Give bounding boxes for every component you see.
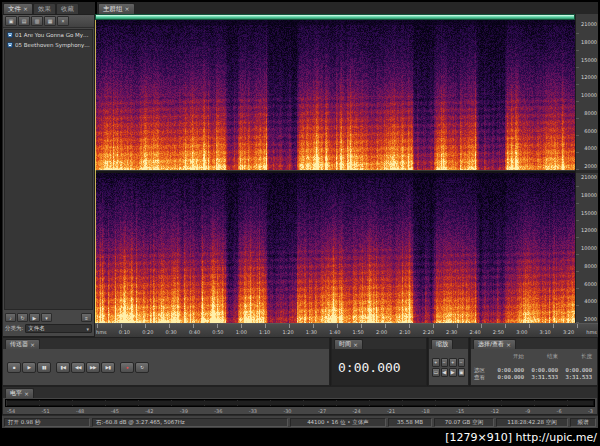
time-panel: 时间 × 0:00.000 xyxy=(331,337,427,386)
sort-value: 文件名 xyxy=(28,325,45,332)
chevron-down-icon: ▾ xyxy=(86,326,89,332)
zoom-in-vertical-button[interactable]: + xyxy=(449,358,457,367)
playhead[interactable] xyxy=(95,20,96,323)
timeline-label: 2:50 xyxy=(493,330,504,335)
close-icon[interactable]: × xyxy=(125,6,130,12)
show-markers-button[interactable]: ▾ xyxy=(41,313,52,322)
close-icon[interactable]: × xyxy=(353,342,358,348)
row-label: 选区 xyxy=(474,367,492,374)
length-value[interactable]: 3:31.533 xyxy=(560,374,594,380)
time-display[interactable]: 0:00.000 xyxy=(332,349,426,385)
tab-transport[interactable]: 传送器 × xyxy=(5,339,40,349)
close-icon[interactable]: × xyxy=(30,342,35,348)
zoom-out-button[interactable]: − xyxy=(441,358,449,367)
timeline-label: 3:10 xyxy=(540,330,551,335)
show-video-files-button[interactable]: ▶ xyxy=(29,313,40,322)
fast-forward-button[interactable]: ▶▶ xyxy=(86,362,100,373)
files-panel-menu-button[interactable]: ≡ xyxy=(81,313,92,322)
timeline-label: 0:30 xyxy=(166,330,177,335)
go-to-end-button[interactable]: ▶▮ xyxy=(101,362,115,373)
tab-files-label: 文件 xyxy=(8,5,21,14)
end-value[interactable]: 0:00.000 xyxy=(526,367,560,373)
tab-main-group[interactable]: 主群组 × xyxy=(98,3,135,14)
timeline-label: 0:10 xyxy=(119,330,130,335)
zoom-selection-left-button[interactable]: ◀ xyxy=(441,368,449,377)
media-browser-button[interactable]: ▥ xyxy=(31,16,43,26)
db-scale-label: -9 xyxy=(525,408,530,414)
status-opened: 打开 0.98 秒 xyxy=(4,418,90,427)
spectrogram-left-channel[interactable] xyxy=(95,20,575,170)
close-icon[interactable]: × xyxy=(23,6,28,12)
rewind-button[interactable]: ◀◀ xyxy=(71,362,85,373)
spectrogram-right-channel[interactable] xyxy=(95,173,575,323)
close-icon[interactable]: × xyxy=(506,342,511,348)
record-button[interactable]: ● xyxy=(120,362,134,373)
editor-area: 2100018000150001200010000800060004000200… xyxy=(95,14,598,337)
spectrogram-view xyxy=(95,20,575,323)
col-header-end: 结束 xyxy=(526,353,560,360)
zoom-to-selection-button[interactable]: ▭ xyxy=(432,368,440,377)
db-scale-label: -12 xyxy=(491,408,499,414)
zoom-out-vertical-button[interactable]: − xyxy=(458,358,466,367)
db-scale-label: -42 xyxy=(145,408,153,414)
timeline-label: 1:30 xyxy=(306,330,317,335)
db-scale-label: -36 xyxy=(214,408,222,414)
timeline-label: 0:40 xyxy=(189,330,200,335)
frequency-label: 12000 xyxy=(579,227,597,233)
level-meter[interactable] xyxy=(5,399,595,407)
db-scale-label: -21 xyxy=(387,408,395,414)
tab-effects[interactable]: 效果 xyxy=(33,3,56,14)
tab-favorites[interactable]: 收藏 xyxy=(56,3,79,14)
stop-button[interactable]: ■ xyxy=(7,362,21,373)
frequency-label: 18000 xyxy=(579,39,597,45)
db-scale-label: -45 xyxy=(111,408,119,414)
frequency-label: 2000 xyxy=(579,316,597,322)
end-value[interactable]: 3:31.533 xyxy=(526,374,560,380)
frequency-ruler[interactable]: 2100018000150001200010000800060004000200… xyxy=(575,20,598,323)
tab-selection-view-label: 选择/查看 xyxy=(478,340,504,349)
zoom-in-button[interactable]: + xyxy=(432,358,440,367)
frequency-label: 6000 xyxy=(579,128,597,134)
tab-time[interactable]: 时间 × xyxy=(334,339,363,349)
show-loop-files-button[interactable]: ↻ xyxy=(17,313,28,322)
sort-select[interactable]: 文件名 ▾ xyxy=(25,324,92,333)
close-file-button[interactable]: × xyxy=(57,16,69,26)
db-scale-label: -30 xyxy=(283,408,291,414)
files-footer-toolbar: ♪↻▶▾ ≡ xyxy=(3,311,94,323)
file-list-item[interactable]: 01 Are You Gonna Go My Way xyxy=(5,30,92,40)
editor-tab-group: 主群组 × xyxy=(97,2,598,14)
start-value[interactable]: 0:00.000 xyxy=(492,374,526,380)
pause-button[interactable]: ▮▮ xyxy=(37,362,51,373)
db-scale-label: -15 xyxy=(456,408,464,414)
go-to-start-button[interactable]: ▮◀ xyxy=(56,362,70,373)
selection-view-rows: 选区 0:00.000 0:00.000 0:00.000 查看 0:00.00… xyxy=(474,367,594,381)
length-value[interactable]: 0:00.000 xyxy=(560,367,594,373)
loop-play-button[interactable]: ↻ xyxy=(135,362,149,373)
open-file-button[interactable]: ▤ xyxy=(18,16,30,26)
db-scale-label: -54 xyxy=(7,408,15,414)
file-list-item[interactable]: 05 Beethoven Symphony No.9 xyxy=(5,40,92,50)
db-scale-label: -33 xyxy=(249,408,257,414)
file-name: 05 Beethoven Symphony No.9 xyxy=(15,42,90,48)
tab-zoom[interactable]: 缩放 xyxy=(431,339,453,349)
zoom-panel: 缩放 +−+−▭◀▶▣ xyxy=(428,337,469,386)
tab-files[interactable]: 文件 × xyxy=(3,3,33,14)
time-value: 0:00.000 xyxy=(338,361,401,374)
play-button[interactable]: ▶ xyxy=(22,362,36,373)
import-file-button[interactable]: ▣ xyxy=(5,16,17,26)
col-header-start: 开始 xyxy=(492,353,526,360)
tab-levels[interactable]: 电平 × xyxy=(5,388,34,398)
frequency-label: 2000 xyxy=(579,163,597,169)
tab-selection-view[interactable]: 选择/查看 × xyxy=(473,339,516,349)
audio-file-icon xyxy=(7,32,13,38)
tab-zoom-label: 缩放 xyxy=(436,340,448,349)
close-icon[interactable]: × xyxy=(24,391,29,397)
selection-view-table: 开始 结束 长度 选区 0:00.000 0:00.000 0:00.000 xyxy=(471,349,597,385)
show-audio-files-button[interactable]: ♪ xyxy=(5,313,16,322)
insert-into-multitrack-button[interactable]: ▦ xyxy=(44,16,56,26)
timeline-ruler[interactable]: hms0:100:200:300:400:501:001:101:201:301… xyxy=(95,323,598,337)
frequency-label: 8000 xyxy=(579,263,597,269)
start-value[interactable]: 0:00.000 xyxy=(492,367,526,373)
zoom-selection-right-button[interactable]: ▶ xyxy=(449,368,457,377)
zoom-full-button[interactable]: ▣ xyxy=(458,368,466,377)
